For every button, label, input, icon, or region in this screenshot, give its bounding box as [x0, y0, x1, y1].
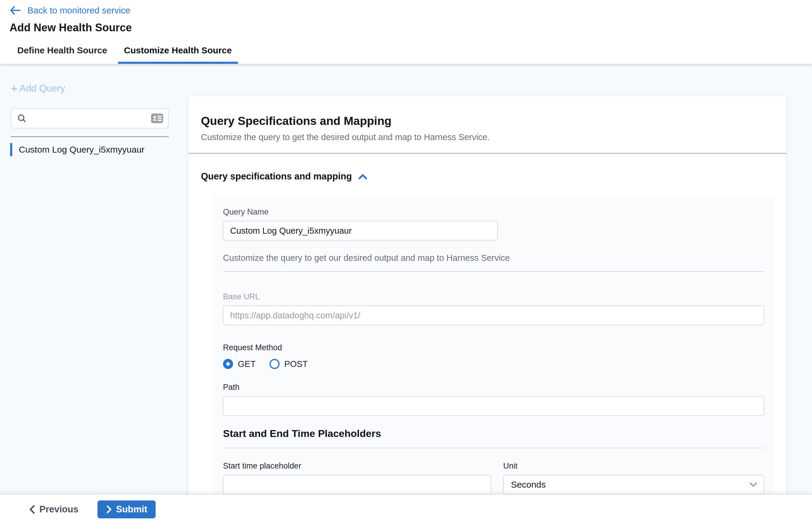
add-query-label: Add Query [19, 83, 65, 94]
selected-indicator-bar [10, 143, 12, 156]
radio-unselected-icon [270, 359, 280, 369]
radio-option-post[interactable]: POST [270, 359, 308, 369]
back-link-label: Back to monitored service [28, 5, 130, 16]
back-to-monitored-service-link[interactable]: Back to monitored service [10, 5, 130, 16]
section-title: Query specifications and mapping [201, 171, 352, 182]
previous-button[interactable]: Previous [29, 504, 78, 515]
unit-select[interactable]: Seconds [503, 475, 764, 494]
panel-header: Query Specifications and Mapping Customi… [189, 96, 786, 142]
form-divider-1 [223, 271, 764, 272]
tab-bar: Define Health Source Customize Health So… [0, 39, 812, 64]
chevron-left-icon [29, 505, 35, 514]
form-divider-2 [223, 448, 764, 448]
radio-option-get[interactable]: GET [223, 359, 256, 369]
base-url-label: Base URL [223, 292, 764, 301]
tab-define-health-source[interactable]: Define Health Source [11, 39, 113, 64]
path-input[interactable] [223, 396, 764, 416]
placeholders-row: Start time placeholder Unit Seconds [223, 461, 764, 494]
query-name-input[interactable] [223, 221, 498, 241]
request-method-label: Request Method [223, 343, 764, 352]
footer-action-bar: Previous Submit [0, 494, 812, 524]
query-sidebar: + Add Query Custom Log Query_i5xmyyuaur [0, 64, 188, 494]
query-form-card: Query Name Customize the query to get ou… [213, 196, 775, 524]
start-time-input[interactable] [223, 475, 491, 494]
unit-label: Unit [503, 461, 764, 471]
start-time-label: Start time placeholder [223, 461, 491, 471]
unit-field: Unit Seconds [503, 461, 764, 494]
query-search-box [11, 108, 169, 129]
sidebar-divider [11, 136, 169, 137]
query-item-label: Custom Log Query_i5xmyyuaur [19, 145, 145, 155]
chevron-down-icon [749, 481, 758, 488]
card-view-toggle-icon[interactable] [151, 113, 163, 124]
radio-post-label: POST [285, 359, 308, 369]
page-header: Back to monitored service Add New Health… [0, 0, 812, 39]
query-name-label: Query Name [223, 208, 764, 217]
submit-label: Submit [116, 504, 147, 515]
tab-customize-health-source[interactable]: Customize Health Source [118, 39, 238, 64]
radio-get-label: GET [238, 359, 256, 369]
path-label: Path [223, 383, 764, 392]
request-method-radio-group: GET POST [223, 359, 764, 369]
chevron-right-icon [106, 505, 112, 513]
query-spec-panel: Query Specifications and Mapping Customi… [189, 96, 786, 524]
previous-label: Previous [39, 504, 78, 515]
start-time-field: Start time placeholder [223, 461, 491, 494]
plus-icon: + [11, 84, 18, 93]
query-name-helper-text: Customize the query to get our desired o… [223, 253, 764, 263]
submit-button[interactable]: Submit [97, 501, 156, 518]
page-title: Add New Health Source [10, 21, 812, 34]
radio-selected-icon [223, 359, 233, 369]
base-url-input[interactable] [223, 306, 764, 325]
query-list: Custom Log Query_i5xmyyuaur [10, 142, 188, 158]
panel-subtitle: Customize the query to get the desired o… [201, 132, 774, 142]
chevron-up-icon[interactable] [358, 172, 368, 181]
add-query-button[interactable]: + Add Query [11, 83, 65, 94]
arrow-left-icon [10, 6, 21, 15]
unit-select-value: Seconds [511, 479, 546, 490]
panel-title: Query Specifications and Mapping [201, 114, 774, 128]
collapsible-section-header: Query specifications and mapping [189, 154, 786, 182]
search-icon [17, 113, 27, 124]
placeholders-section-title: Start and End Time Placeholders [223, 428, 764, 439]
search-input[interactable] [31, 109, 151, 127]
query-list-item-selected[interactable]: Custom Log Query_i5xmyyuaur [10, 142, 188, 158]
